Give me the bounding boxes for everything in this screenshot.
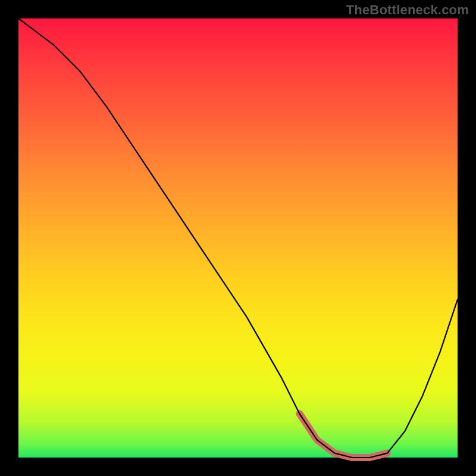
chart-overlay xyxy=(18,18,458,458)
data-curve xyxy=(18,18,458,458)
highlight-segment xyxy=(299,414,387,458)
watermark-text: TheBottleneck.com xyxy=(346,2,469,18)
